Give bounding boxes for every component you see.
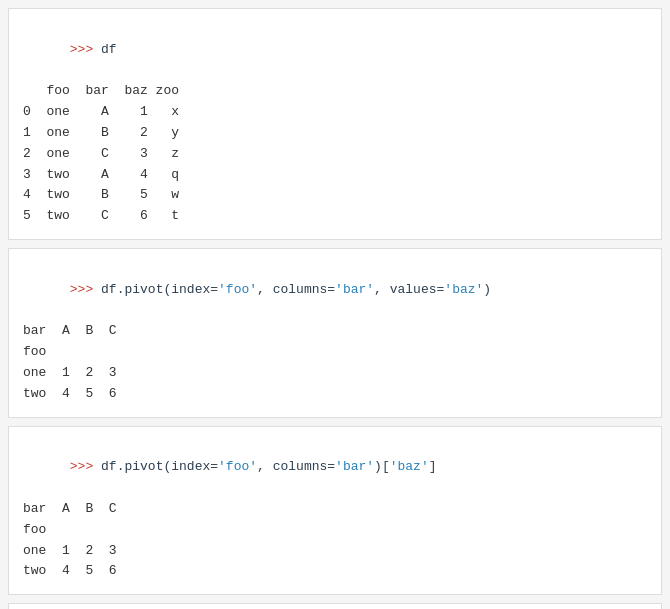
panel1-row-2: 2 one C 3 z bbox=[23, 144, 647, 165]
cmd-mid1-3: , columns= bbox=[257, 459, 335, 474]
prompt-3: >>> bbox=[70, 459, 101, 474]
prompt-2: >>> bbox=[70, 282, 101, 297]
prompt-1: >>> bbox=[70, 42, 101, 57]
panel1-row-5: 5 two C 6 t bbox=[23, 206, 647, 227]
panel3-out4: two 4 5 6 bbox=[23, 561, 647, 582]
cmd-index-2: 'foo' bbox=[218, 282, 257, 297]
panel2-command: >>> df.pivot(index='foo', columns='bar',… bbox=[23, 259, 647, 321]
panel3-out1: bar A B C bbox=[23, 499, 647, 520]
cmd-prefix-2: df.pivot(index= bbox=[101, 282, 218, 297]
panel-pivot1: >>> df.pivot(index='foo', columns='bar',… bbox=[8, 248, 662, 418]
panel2-out3: one 1 2 3 bbox=[23, 363, 647, 384]
panel1-row-4: 4 two B 5 w bbox=[23, 185, 647, 206]
cmd-mid1-2: , columns= bbox=[257, 282, 335, 297]
cmd-suffix-2: ) bbox=[483, 282, 491, 297]
cmd-suffix-3: )[ bbox=[374, 459, 390, 474]
panel-df: >>> df foo bar baz zoo 0 one A 1 x 1 one… bbox=[8, 8, 662, 240]
cmd-key-3: 'baz' bbox=[390, 459, 429, 474]
panel2-out2: foo bbox=[23, 342, 647, 363]
panel1-row-1: 1 one B 2 y bbox=[23, 123, 647, 144]
panel-pivot3: >>> df.pivot(index='foo', columns='bar',… bbox=[8, 603, 662, 609]
cmd-prefix-3: df.pivot(index= bbox=[101, 459, 218, 474]
panel3-command: >>> df.pivot(index='foo', columns='bar')… bbox=[23, 437, 647, 499]
panel2-out4: two 4 5 6 bbox=[23, 384, 647, 405]
cmd-col-3: 'bar' bbox=[335, 459, 374, 474]
command-1: df bbox=[101, 42, 117, 57]
panel1-row-0: 0 one A 1 x bbox=[23, 102, 647, 123]
cmd-end-3: ] bbox=[429, 459, 437, 474]
cmd-mid2-2: , values= bbox=[374, 282, 444, 297]
panel3-out2: foo bbox=[23, 520, 647, 541]
panel3-out3: one 1 2 3 bbox=[23, 541, 647, 562]
cmd-val-2: 'baz' bbox=[444, 282, 483, 297]
panel2-out1: bar A B C bbox=[23, 321, 647, 342]
cmd-index-3: 'foo' bbox=[218, 459, 257, 474]
page-container: >>> df foo bar baz zoo 0 one A 1 x 1 one… bbox=[0, 8, 670, 609]
panel1-header: foo bar baz zoo bbox=[23, 81, 647, 102]
panel-pivot2: >>> df.pivot(index='foo', columns='bar')… bbox=[8, 426, 662, 596]
cmd-col-2: 'bar' bbox=[335, 282, 374, 297]
panel1-command: >>> df bbox=[23, 19, 647, 81]
panel1-row-3: 3 two A 4 q bbox=[23, 165, 647, 186]
